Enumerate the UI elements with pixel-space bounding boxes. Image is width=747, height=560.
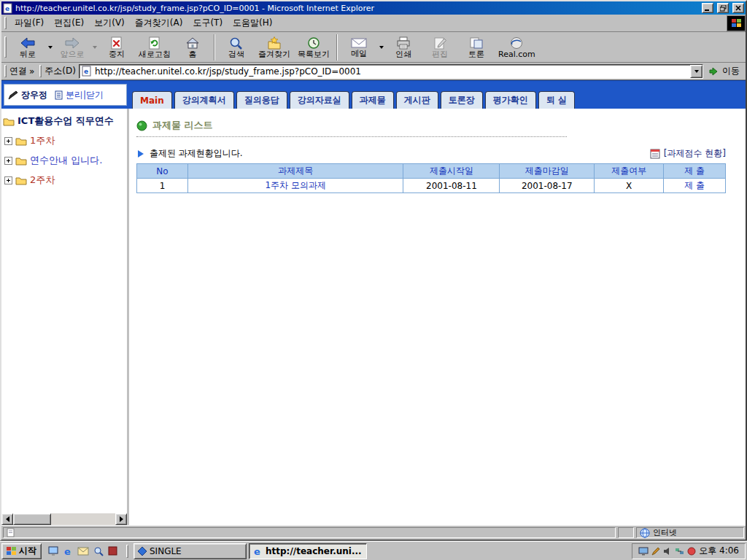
score-report-icon xyxy=(649,148,661,159)
frame-header: 장우정 분리|닫기 Main 강의계획서 질의응답 강의자료실 과제물 게시판 … xyxy=(1,80,746,109)
cell-no: 1 xyxy=(137,179,188,193)
tab-main[interactable]: Main xyxy=(132,91,172,109)
scroll-left-button[interactable] xyxy=(1,513,13,525)
mail-dropdown[interactable] xyxy=(377,33,385,62)
menu-help[interactable]: 도움말(H) xyxy=(228,15,277,31)
tab-assignments[interactable]: 과제물 xyxy=(352,91,394,109)
task-button-ie[interactable]: e http://teacher.uni... xyxy=(249,543,367,559)
tray-display-icon[interactable] xyxy=(638,547,649,556)
detach-close-link[interactable]: 분리|닫기 xyxy=(66,89,104,101)
expand-plus-icon[interactable] xyxy=(4,157,12,165)
tab-qna[interactable]: 질의응답 xyxy=(236,91,287,109)
forward-dropdown[interactable] xyxy=(90,33,98,62)
menu-view[interactable]: 보기(V) xyxy=(89,15,130,31)
taskbar-grip[interactable] xyxy=(126,545,128,558)
cell-end-date: 2001-08-17 xyxy=(500,179,595,193)
tab-exit[interactable]: 퇴 실 xyxy=(538,91,575,109)
expand-plus-icon[interactable] xyxy=(4,176,12,184)
tree-item-guide[interactable]: 연수안내 입니다. xyxy=(4,154,125,167)
window-title: http://teacher.unitel.co.kr/jsp/study_fr… xyxy=(15,4,700,13)
score-status-link[interactable]: [과제점수 현황] xyxy=(664,147,726,160)
course-tree: ICT활용수업 직무연수 1주차 연수안내 입니다. xyxy=(1,109,127,513)
tab-lecture-plan[interactable]: 강의계획서 xyxy=(174,91,234,109)
windows-flag-icon xyxy=(7,547,16,556)
tray-messenger-icon[interactable] xyxy=(687,547,696,556)
quicklaunch-desktop-icon[interactable] xyxy=(47,546,59,556)
back-icon xyxy=(20,36,36,50)
sidebar-horizontal-scrollbar[interactable] xyxy=(1,513,127,525)
discuss-button[interactable]: 토론 xyxy=(458,33,495,62)
quicklaunch-outlook-icon[interactable] xyxy=(77,547,89,556)
search-button[interactable]: 검색 xyxy=(218,33,255,62)
arrow-bullet-icon xyxy=(136,149,145,158)
links-label[interactable]: 연결 xyxy=(9,65,27,77)
quicklaunch-ie-icon[interactable]: e xyxy=(63,546,73,556)
history-button[interactable]: 목록보기 xyxy=(294,33,333,62)
toolbar-grip[interactable] xyxy=(4,36,7,58)
start-button[interactable]: 시작 xyxy=(1,543,42,559)
back-button[interactable]: 뒤로 xyxy=(9,33,46,62)
tree-item-week2[interactable]: 2주차 xyxy=(4,174,125,187)
ie-icon: e xyxy=(253,546,263,556)
band-chevron-icon[interactable]: » xyxy=(27,66,36,77)
menu-tools[interactable]: 도구(T) xyxy=(187,15,228,31)
menu-bar: 파일(F) 편집(E) 보기(V) 즐겨찾기(A) 도구(T) 도움말(H) xyxy=(1,15,746,32)
scrollbar-track xyxy=(13,513,115,525)
forward-button[interactable]: 앞으로 xyxy=(54,33,90,62)
address-input[interactable]: e http://teacher.unitel.co.kr/jsp/study_… xyxy=(79,64,703,79)
menu-favorites[interactable]: 즐겨찾기(A) xyxy=(130,15,188,31)
minimize-button[interactable] xyxy=(702,3,713,13)
tray-pen-icon[interactable] xyxy=(651,547,660,556)
refresh-button[interactable]: 새로고침 xyxy=(135,33,174,62)
realcom-button[interactable]: Real.com xyxy=(495,33,539,62)
tab-materials[interactable]: 강의자료실 xyxy=(290,91,349,109)
app-icon xyxy=(138,547,147,556)
quicklaunch-app-icon[interactable] xyxy=(108,546,117,556)
address-dropdown-button[interactable] xyxy=(690,65,703,78)
assignment-title-link[interactable]: 1주차 모의과제 xyxy=(187,179,403,193)
ie-page-icon: e xyxy=(3,3,13,14)
restore-button[interactable] xyxy=(717,3,729,13)
menubar-grip[interactable] xyxy=(4,17,7,28)
table-header-row: No 과제제목 제출시작일 제출마감일 제출여부 제 출 xyxy=(137,164,726,179)
title-bar[interactable]: e http://teacher.unitel.co.kr/jsp/study_… xyxy=(1,1,746,15)
tray-network-icon[interactable] xyxy=(675,547,684,556)
tray-volume-icon[interactable] xyxy=(663,547,672,556)
edit-button[interactable]: 편집 xyxy=(422,33,458,62)
print-button[interactable]: 인쇄 xyxy=(385,33,422,62)
quicklaunch-search-icon[interactable] xyxy=(93,546,104,556)
status-spacer-panel xyxy=(618,527,634,538)
status-message-panel xyxy=(3,527,616,538)
svg-text:e: e xyxy=(254,546,260,556)
system-tray: 오후 4:06 xyxy=(632,543,746,559)
close-button[interactable] xyxy=(732,3,744,13)
mail-button[interactable]: 메일 xyxy=(341,33,377,62)
tab-board[interactable]: 게시판 xyxy=(396,91,438,109)
page-icon: e xyxy=(82,66,92,77)
stop-button[interactable]: 중지 xyxy=(98,33,135,62)
globe-icon xyxy=(640,528,650,538)
tree-root-item[interactable]: ICT활용수업 직무연수 xyxy=(3,114,125,128)
tree-item-week1[interactable]: 1주차 xyxy=(4,134,125,147)
links-band-grip[interactable] xyxy=(4,65,7,77)
menu-file[interactable]: 파일(F) xyxy=(9,15,49,31)
back-dropdown[interactable] xyxy=(46,33,54,62)
standard-toolbar: 뒤로 앞으로 중지 새로고침 홈 검 xyxy=(1,32,746,63)
scroll-right-button[interactable] xyxy=(115,513,127,525)
submit-link[interactable]: 제 출 xyxy=(664,179,726,193)
menu-edit[interactable]: 편집(E) xyxy=(49,15,89,31)
address-band-grip[interactable] xyxy=(39,65,42,77)
col-end-date: 제출마감일 xyxy=(500,164,595,179)
home-button[interactable]: 홈 xyxy=(174,33,211,62)
tab-discussion[interactable]: 토론장 xyxy=(441,91,483,109)
go-icon xyxy=(708,66,719,77)
scrollbar-thumb[interactable] xyxy=(13,513,51,525)
task-button-single[interactable]: SINGLE xyxy=(133,543,247,559)
tab-evaluation[interactable]: 평가확인 xyxy=(485,91,536,109)
favorites-button[interactable]: 즐겨찾기 xyxy=(255,33,294,62)
expand-plus-icon[interactable] xyxy=(4,137,12,145)
document-icon xyxy=(55,90,63,100)
browser-window: e http://teacher.unitel.co.kr/jsp/study_… xyxy=(0,0,747,541)
taskbar-clock[interactable]: 오후 4:06 xyxy=(699,545,739,557)
go-button[interactable]: 이동 xyxy=(706,65,746,77)
